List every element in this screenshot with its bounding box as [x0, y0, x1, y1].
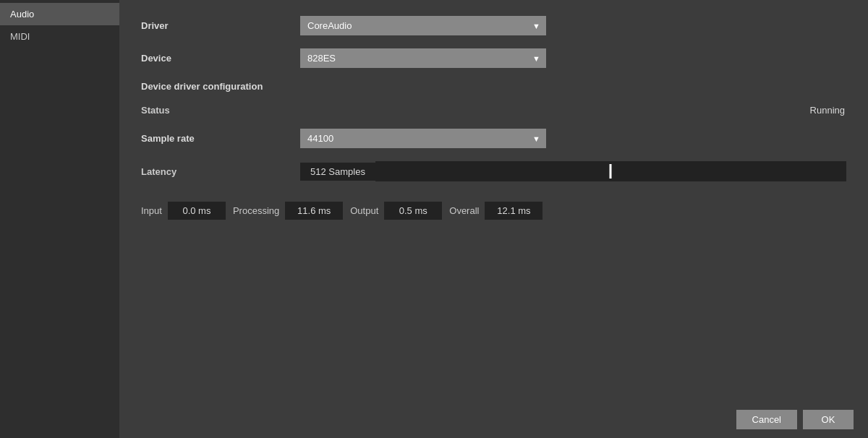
processing-metric-value: 11.6 ms — [285, 202, 343, 220]
sample-rate-row: Sample rate 44100 48000 88200 96000 ▼ — [141, 129, 846, 148]
input-metric-label: Input — [141, 205, 162, 216]
processing-metric-group: Processing 11.6 ms — [233, 202, 343, 220]
driver-select-wrapper: CoreAudio ASIO DirectSound ▼ — [300, 16, 546, 35]
footer: Cancel OK — [119, 403, 868, 438]
device-label: Device — [141, 53, 300, 64]
sidebar-item-audio[interactable]: Audio — [0, 3, 119, 25]
latency-slider-track — [375, 161, 846, 181]
output-metric-label: Output — [350, 205, 378, 216]
sidebar: Audio MIDI — [0, 0, 119, 438]
latency-samples-display: 512 Samples — [300, 163, 375, 181]
sample-rate-label: Sample rate — [141, 133, 300, 144]
latency-slider-container[interactable] — [375, 161, 846, 181]
driver-label: Driver — [141, 20, 300, 31]
overall-metric-label: Overall — [449, 205, 479, 216]
overall-metric-value: 12.1 ms — [485, 202, 542, 220]
latency-label: Latency — [141, 166, 300, 177]
status-row: Status Running — [141, 105, 846, 116]
output-metric-group: Output 0.5 ms — [350, 202, 442, 220]
device-driver-config-row: Device driver configuration — [141, 81, 846, 92]
output-metric-value: 0.5 ms — [384, 202, 442, 220]
metrics-section: Input 0.0 ms Processing 11.6 ms Output 0… — [141, 202, 846, 220]
device-select-wrapper: 828ES Built-in Audio ▼ — [300, 48, 546, 68]
status-label: Status — [141, 105, 300, 116]
ok-button[interactable]: OK — [803, 410, 854, 429]
latency-row: Latency 512 Samples — [141, 161, 846, 181]
main-panel: Driver CoreAudio ASIO DirectSound ▼ Devi… — [119, 0, 868, 438]
status-value: Running — [810, 105, 846, 116]
processing-metric-label: Processing — [233, 205, 279, 216]
overall-metric-group: Overall 12.1 ms — [449, 202, 542, 220]
sample-rate-select-wrapper: 44100 48000 88200 96000 ▼ — [300, 129, 546, 148]
device-select[interactable]: 828ES Built-in Audio — [300, 48, 546, 68]
driver-row: Driver CoreAudio ASIO DirectSound ▼ — [141, 16, 846, 35]
sidebar-item-midi[interactable]: MIDI — [0, 25, 119, 48]
latency-slider-thumb — [610, 164, 612, 179]
device-driver-config-label: Device driver configuration — [141, 81, 300, 92]
input-metric-group: Input 0.0 ms — [141, 202, 226, 220]
sample-rate-select[interactable]: 44100 48000 88200 96000 — [300, 129, 546, 148]
cancel-button[interactable]: Cancel — [736, 410, 797, 429]
driver-select[interactable]: CoreAudio ASIO DirectSound — [300, 16, 546, 35]
device-row: Device 828ES Built-in Audio ▼ — [141, 48, 846, 68]
content-area: Driver CoreAudio ASIO DirectSound ▼ Devi… — [119, 0, 868, 403]
input-metric-value: 0.0 ms — [168, 202, 226, 220]
